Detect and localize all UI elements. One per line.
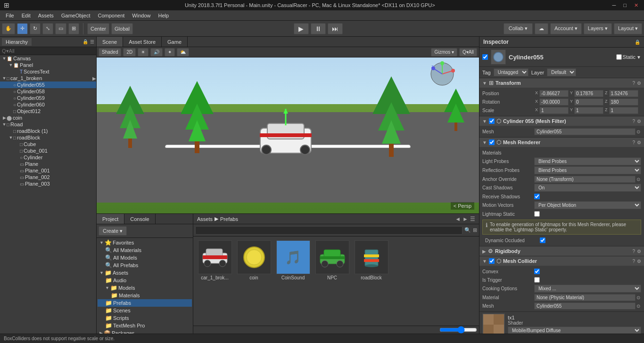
layers-button[interactable]: Layers ▾ (584, 23, 612, 34)
rigidbody-settings-icon[interactable]: ⚙ (637, 249, 641, 254)
pause-button[interactable]: ⏸ (311, 23, 326, 34)
collab-button[interactable]: Collab ▾ (504, 23, 533, 34)
all-materials-item[interactable]: 🔍 All Materials (98, 246, 192, 254)
material-picker-icon[interactable]: ⊙ (636, 295, 641, 300)
menu-file[interactable]: File (2, 12, 18, 19)
pos-z-input[interactable] (609, 90, 638, 97)
models-folder[interactable]: ▼ 📁 Models (98, 284, 192, 292)
scenes-folder[interactable]: 📁 Scenes (98, 307, 192, 314)
close-button[interactable]: ✕ (632, 2, 640, 8)
lightmap-static-checkbox[interactable] (534, 211, 540, 217)
prefab-coin[interactable]: coin (236, 240, 272, 280)
static-checkbox[interactable] (616, 54, 622, 60)
hier-item-object012[interactable]: □ Object012 (0, 108, 96, 114)
hier-item-road[interactable]: ▼ □ Road (0, 121, 96, 128)
hier-item-roadblock1[interactable]: □ roadBlock (1) (0, 128, 96, 134)
motion-vectors-select[interactable]: Per Object Motion (534, 201, 641, 209)
prefab-coinsound[interactable]: 🎵 CoinSound (275, 240, 311, 280)
asset-search-input[interactable] (195, 226, 462, 235)
reflection-probes-select[interactable]: Blend Probes (534, 166, 641, 174)
create-button[interactable]: Create ▾ (99, 226, 127, 236)
packages-group[interactable]: ▶ 📦 Packages (98, 329, 192, 334)
mesh-filter-header[interactable]: ▼ ⬡ Cylinder 055 (Mesh Filter) ? ⚙ (479, 116, 644, 126)
mesh-renderer-info-icon[interactable]: ? (632, 140, 635, 145)
textmeshpro-folder[interactable]: 📁 TextMesh Pro (98, 322, 192, 329)
hier-item-cylinder055[interactable]: ○ Cylinder055 (0, 82, 96, 88)
hier-item-cylinder058[interactable]: ○ Cylinder058 (0, 88, 96, 95)
hier-item-coin[interactable]: ▶ ⬤ coin (0, 114, 96, 121)
step-button[interactable]: ⏭ (328, 23, 343, 34)
collider-mesh-input[interactable] (534, 302, 636, 310)
account-button[interactable]: Account ▾ (550, 23, 582, 34)
asset-store-tab[interactable]: Asset Store (123, 37, 162, 47)
hier-item-car1broken[interactable]: ▼ □ car_1_broken ▶ (0, 75, 96, 82)
rot-x-input[interactable] (539, 98, 569, 106)
console-tab[interactable]: Console (124, 214, 155, 224)
hier-item-panel[interactable]: ▼ 📋 Panel (0, 62, 96, 68)
asset-back-button[interactable]: ◄ (455, 216, 461, 222)
mesh-filter-info-icon[interactable]: ? (632, 119, 635, 124)
hier-item-cylinder[interactable]: ○ Cylinder (0, 154, 96, 161)
hier-item-plane002[interactable]: ▭ Plane_002 (0, 174, 96, 180)
collider-mesh-picker[interactable]: ⊙ (636, 303, 641, 309)
hier-item-canvas[interactable]: ▼ 📋 Canvas (0, 55, 96, 62)
scene-tab[interactable]: Scene (97, 37, 123, 47)
pos-y-input[interactable] (574, 90, 603, 97)
hier-item-cylinder059[interactable]: ○ Cylinder059 (0, 95, 96, 101)
move-tool-button[interactable]: ✛ (17, 23, 28, 34)
maximize-button[interactable]: □ (621, 2, 628, 8)
hier-item-scorestext[interactable]: T ScoresText (0, 68, 96, 75)
object-active-checkbox[interactable] (482, 54, 488, 60)
hier-item-plane003[interactable]: ▭ Plane_003 (0, 180, 96, 187)
mesh-filter-mesh-input[interactable] (534, 128, 636, 135)
light-probes-select[interactable]: Blend Probes (534, 157, 641, 165)
minimize-button[interactable]: ─ (611, 2, 618, 8)
zoom-slider[interactable] (439, 327, 477, 333)
tag-select[interactable]: Untagged (494, 68, 528, 76)
favorites-group[interactable]: ▼ ⭐ Favorites (98, 239, 192, 246)
transform-info-icon[interactable]: ? (632, 81, 635, 86)
hand-tool-button[interactable]: ✋ (2, 23, 15, 34)
menu-edit[interactable]: Edit (18, 12, 34, 19)
hier-item-plane001[interactable]: ▭ Plane_001 (0, 167, 96, 174)
mesh-renderer-settings-icon[interactable]: ⚙ (637, 140, 641, 145)
is-trigger-checkbox[interactable] (534, 277, 540, 283)
materials-folder[interactable]: 📁 Materials (98, 292, 192, 299)
rect-tool-button[interactable]: ▭ (55, 23, 66, 34)
all-models-item[interactable]: 🔍 All Models (98, 254, 192, 261)
rigidbody-info-icon[interactable]: ? (632, 249, 635, 254)
breadcrumb-prefabs[interactable]: Prefabs (220, 216, 238, 222)
mesh-collider-header[interactable]: ▼ ⬡ Mesh Collider ? ⚙ (479, 256, 644, 266)
hier-item-cube001[interactable]: □ Cube_001 (0, 147, 96, 154)
all-prefabs-item[interactable]: 🔍 All Prefabs (98, 261, 192, 269)
hierarchy-tab[interactable]: Hierarchy (2, 38, 32, 46)
transform-tool-button[interactable]: ⊞ (68, 23, 79, 34)
global-button[interactable]: Global (111, 23, 133, 34)
mesh-collider-info-icon[interactable]: ? (632, 259, 635, 264)
mesh-renderer-enable[interactable] (489, 139, 495, 145)
asset-forward-button[interactable]: ► (462, 216, 468, 222)
rot-z-input[interactable] (609, 98, 638, 106)
2d-button[interactable]: 2D (123, 48, 136, 57)
asset-search-icon[interactable]: 🔍 (464, 227, 471, 233)
prefab-roadblock[interactable]: roadBlock (354, 240, 389, 280)
menu-component[interactable]: Component (94, 12, 128, 19)
mesh-collider-settings-icon[interactable]: ⚙ (637, 259, 641, 264)
mesh-collider-enable[interactable] (489, 258, 495, 264)
scale-z-input[interactable] (609, 107, 638, 114)
inspector-lock-icon[interactable]: 🔒 (635, 40, 640, 45)
gizmos-dropdown[interactable]: Gizmos ▾ (431, 48, 457, 57)
layer-select[interactable]: Default (547, 68, 576, 76)
transform-header[interactable]: ▼ ⊞ Transform ? ⚙ (479, 78, 644, 88)
scale-tool-button[interactable]: ⤡ (42, 23, 53, 34)
dynamic-occluded-checkbox[interactable] (540, 237, 545, 243)
sky-button[interactable]: ⛅ (177, 48, 189, 57)
prefab-npc[interactable]: NPC (314, 240, 350, 280)
play-button[interactable]: ▶ (294, 23, 309, 34)
center-button[interactable]: Center (87, 23, 109, 34)
collider-material-input[interactable] (534, 294, 636, 301)
mesh-filter-enable[interactable] (489, 118, 495, 124)
rot-y-input[interactable] (574, 98, 603, 106)
anchor-override-picker[interactable]: ⊙ (636, 177, 641, 182)
menu-gameobject[interactable]: GameObject (58, 12, 94, 19)
